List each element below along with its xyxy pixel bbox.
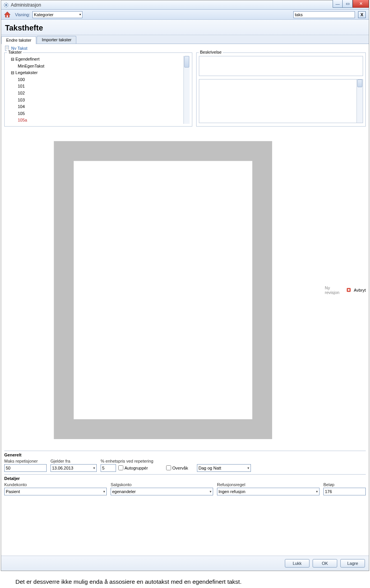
chevron-down-icon: ▾ — [93, 466, 95, 470]
admin-window: Administrasjon — ▭ ✕ Visning: Kategorier… — [1, 0, 369, 571]
overvak-checkbox[interactable]: Overvåk — [166, 464, 193, 472]
refusjon-dropdown[interactable]: Ingen refusjon▾ — [217, 488, 320, 495]
gjelder-fra-input[interactable]: 13.06.2013▾ — [50, 464, 97, 472]
panel-area: Takster ⊟ Egendefinert MinEgenTakst ⊟ Le… — [1, 52, 369, 130]
chevron-down-icon: ▾ — [210, 490, 212, 493]
beskrivelse-field-short[interactable] — [199, 56, 363, 76]
svg-rect-17 — [348, 289, 349, 291]
tree-scrollbar[interactable] — [183, 56, 190, 124]
salgskonto-dropdown[interactable]: egenandeler▾ — [111, 488, 213, 495]
chevron-down-icon: ▾ — [103, 490, 105, 493]
search-value: taks — [295, 12, 303, 17]
overvak-dropdown[interactable]: Dag og Natt▾ — [197, 464, 251, 472]
detaljer-section: Detaljer Kundekonto Pasient▾ Salgskonto … — [4, 474, 366, 498]
document-icon — [4, 131, 322, 449]
svg-rect-10 — [7, 15, 8, 17]
tab-endre-takster[interactable]: Endre takster — [1, 36, 36, 44]
belop-input[interactable]: 176 — [323, 488, 366, 495]
autogrupper-checkbox[interactable]: Autogruppér — [118, 464, 148, 472]
gear-icon — [3, 2, 9, 8]
lukk-button[interactable]: Lukk — [285, 559, 309, 568]
takster-tree[interactable]: ⊟ Egendefinert MinEgenTakst ⊟ Legetakste… — [7, 56, 190, 124]
belop-label: Beløp — [323, 482, 366, 487]
ok-button[interactable]: OK — [313, 559, 337, 568]
tree-node-105a[interactable]: 105a — [11, 117, 190, 124]
tree-node-egendefinert[interactable]: ⊟ Egendefinert — [11, 56, 190, 63]
chevron-down-icon: ▾ — [79, 13, 81, 16]
window-titlebar: Administrasjon — ▭ ✕ — [1, 0, 369, 10]
ribbon-bar: Visning: Kategorier ▾ taks X — [1, 10, 369, 20]
tree-node-102[interactable]: 102 — [11, 90, 190, 97]
detaljer-title: Detaljer — [4, 476, 366, 481]
svg-line-7 — [4, 6, 5, 7]
document-body: Det er dessverre ikke mulig enda å assos… — [0, 578, 370, 588]
tree-node-103[interactable]: 103 — [11, 97, 190, 104]
svg-line-8 — [7, 3, 8, 4]
home-icon[interactable] — [3, 11, 11, 19]
close-button[interactable]: ✕ — [353, 0, 369, 8]
beskrivelse-scroll-thumb[interactable] — [357, 79, 362, 87]
tab-row: Endre takster Importer takster — [1, 35, 369, 44]
salgskonto-label: Salgskonto — [111, 482, 213, 487]
takster-panel: Takster ⊟ Egendefinert MinEgenTakst ⊟ Le… — [4, 52, 192, 127]
revision-toolbar: Ny revisjon Avbryt — [1, 130, 369, 451]
doc-paragraph: Det er dessverre ikke mulig enda å assos… — [15, 578, 355, 586]
enhetspris-label: % enhetspris ved repetering — [101, 459, 162, 463]
window-controls: — ▭ ✕ — [333, 0, 369, 8]
svg-line-5 — [4, 3, 5, 4]
tree-node-105[interactable]: 105 — [11, 110, 190, 117]
kundekonto-label: Kundekonto — [4, 482, 107, 487]
maks-rep-label: Maks repetisjoner — [4, 459, 47, 463]
gjelder-fra-label: Gjelder fra — [50, 459, 97, 463]
svg-line-6 — [7, 6, 8, 7]
maks-rep-input[interactable]: 50 — [4, 464, 47, 472]
generelt-title: Generelt — [4, 453, 366, 457]
avbryt-button[interactable]: Avbryt — [354, 288, 366, 292]
enhetspris-input[interactable]: 5 — [101, 464, 116, 472]
chevron-down-icon: ▾ — [316, 490, 318, 493]
window-title: Administrasjon — [11, 2, 41, 8]
svg-rect-15 — [64, 151, 262, 429]
beskrivelse-panel: Beskrivelse — [196, 52, 366, 127]
lagre-button[interactable]: Lagre — [340, 559, 365, 568]
beskrivelse-legend: Beskrivelse — [199, 50, 223, 54]
chevron-down-icon: ▾ — [247, 466, 249, 470]
search-input[interactable]: taks — [293, 11, 355, 18]
section-heading: Taksthefte — [1, 20, 369, 35]
generelt-section: Generelt Maks repetisjoner 50 Gjelder fr… — [4, 451, 366, 474]
tree-node-104[interactable]: 104 — [11, 103, 190, 110]
visning-label: Visning: — [15, 12, 30, 17]
visning-value: Kategorier — [34, 12, 54, 17]
stop-icon — [346, 287, 351, 292]
minimize-button[interactable]: — — [333, 0, 343, 8]
kundekonto-dropdown[interactable]: Pasient▾ — [4, 488, 107, 495]
tree-scroll-thumb[interactable] — [184, 56, 189, 68]
refusjon-label: Refusjonsregel — [217, 482, 320, 487]
beskrivelse-field-long[interactable] — [199, 79, 363, 123]
tree-node-legetakster[interactable]: ⊟ Legetakster — [11, 69, 190, 76]
takster-legend: Takster — [7, 50, 23, 54]
ny-revisjon-button[interactable]: Ny revisjon — [325, 286, 343, 295]
svg-point-0 — [5, 4, 7, 6]
tree-node-101[interactable]: 101 — [11, 83, 190, 90]
tree-node-100[interactable]: 100 — [11, 76, 190, 83]
dialog-footer: Lukk OK Lagre — [1, 556, 369, 571]
maximize-button[interactable]: ▭ — [343, 0, 353, 8]
ny-takst-button[interactable]: Ny Takst — [1, 44, 369, 52]
clear-search-button[interactable]: X — [358, 11, 366, 18]
visning-dropdown[interactable]: Kategorier ▾ — [32, 11, 82, 18]
tab-importer-takster[interactable]: Importer takster — [37, 36, 76, 44]
beskrivelse-scrollbar[interactable] — [357, 79, 363, 123]
tree-node-minegentakst[interactable]: MinEgenTakst — [11, 63, 190, 70]
